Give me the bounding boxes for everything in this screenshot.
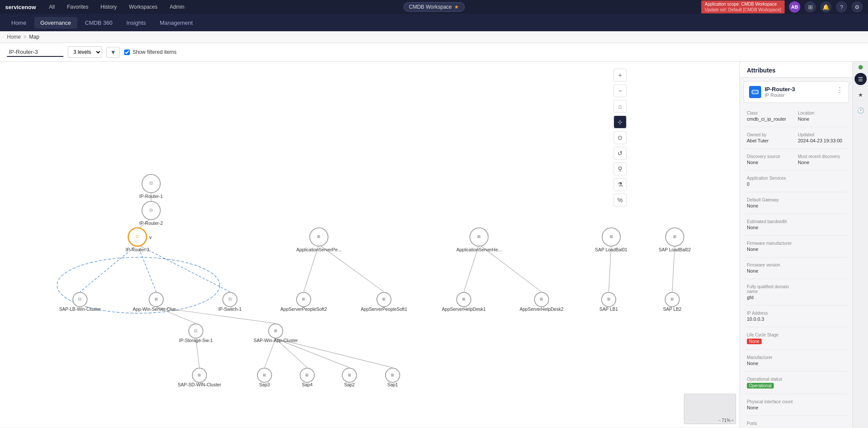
node-sap2[interactable]: ⊞ Sap2: [342, 368, 356, 387]
show-filtered-label[interactable]: Show filtered items: [132, 49, 176, 55]
node-app-server-he[interactable]: ⊞ ApplicationServerHe...: [456, 228, 502, 252]
filter-tool-button[interactable]: ⚗: [614, 178, 627, 191]
ci-search-input[interactable]: [7, 48, 63, 57]
node-sap4[interactable]: ⊞ Sap4: [300, 368, 314, 387]
workspace-star[interactable]: ★: [454, 4, 459, 10]
svg-text:IP-Storage-Sw-1: IP-Storage-Sw-1: [179, 338, 213, 343]
node-sap-sd-win[interactable]: ⊞ SAP-SD-WIN-Cluster: [178, 368, 221, 387]
svg-text:SAP-SD-WIN-Cluster: SAP-SD-WIN-Cluster: [178, 382, 221, 387]
node-sap-loadbal02[interactable]: ⊞ SAP LoadBal02: [659, 228, 691, 252]
node-sap-loadbal01[interactable]: ⊞ SAP LoadBal01: [595, 228, 627, 252]
attr-label-disc-source: Discovery source: [747, 154, 795, 159]
node-sap-lb1[interactable]: ⊞ SAP LB1: [600, 293, 618, 312]
node-sap-lb-win-cluster[interactable]: ⊡ SAP-LB-Win-Cluster: [59, 293, 101, 312]
node-app-server-hd2[interactable]: ⊞ AppServerHelpDesk2: [520, 293, 564, 312]
svg-point-99: [705, 411, 706, 412]
nav-admin[interactable]: Admin: [167, 2, 187, 12]
map-canvas[interactable]: + − ⌂ ⊹ ⊙ ↺ ⚲ ⚗ %: [0, 62, 739, 428]
zoom-out-button[interactable]: −: [614, 84, 627, 97]
attr-label-class: Class: [747, 111, 795, 115]
grid-icon[interactable]: ⊞: [805, 1, 816, 13]
node-app-win-server[interactable]: ⊞ App-Win-Server-Clus...: [133, 293, 180, 312]
svg-text:SAP LB1: SAP LB1: [600, 306, 618, 312]
node-app-server-ps1[interactable]: ⊞ AppServerPeopleSoft1: [361, 293, 407, 312]
node-sap-win-app[interactable]: ⊞ SAP-Win-App-Cluster: [254, 324, 298, 343]
attr-cell-location: Location None: [796, 108, 848, 124]
nav-workspaces[interactable]: Workspaces: [126, 2, 160, 12]
filter-button[interactable]: ▼: [106, 47, 120, 58]
svg-text:App-Win-Server-Clus...: App-Win-Server-Clus...: [133, 306, 180, 312]
node-app-server-ps2[interactable]: ⊞ AppServerPeopleSoft2: [281, 293, 327, 312]
pin-button[interactable]: ⚲: [614, 162, 627, 175]
node-ip-storage-sw1[interactable]: ⊡ IP-Storage-Sw-1: [179, 324, 213, 343]
rs-clock-icon[interactable]: 🕐: [855, 104, 867, 116]
svg-text:Sap4: Sap4: [302, 382, 313, 387]
attr-divider-4: [745, 192, 847, 192]
map-toolbar: 3 levels 1 level 2 levels 4 levels 5 lev…: [0, 43, 868, 62]
nav-cmdb360[interactable]: CMDB 360: [79, 17, 119, 29]
rs-list-icon[interactable]: ☰: [855, 73, 867, 85]
ci-name: IP-Router-3: [765, 86, 795, 92]
node-sap-lb2[interactable]: ⊞ SAP LB2: [663, 293, 682, 312]
nav-home[interactable]: Home: [5, 17, 33, 29]
minimap-zoom: − 71% +: [718, 418, 734, 423]
attr-value-class: cmdb_ci_ip_router: [747, 116, 795, 122]
workspace-badge[interactable]: CMDB Workspace ★: [403, 2, 465, 12]
attr-row-owned: Owned by Abel Tuter Updated 2024-04-23 1…: [740, 128, 852, 148]
attr-cell-op-status: Operational status Operational: [745, 374, 796, 391]
svg-text:Sap2: Sap2: [344, 382, 355, 387]
node-sap3[interactable]: ⊞ Sap3: [257, 368, 272, 387]
app-scope-alert[interactable]: Application scope: CMDB Workspace Update…: [701, 0, 785, 13]
nav-all[interactable]: All: [46, 2, 57, 12]
fit-view-button[interactable]: ⌂: [614, 100, 627, 113]
attr-cell-phy-iface: Physical interface count None: [745, 397, 796, 413]
node-ip-router-3[interactable]: ⊡ IP-Router-3 ∨: [125, 228, 152, 252]
attr-row-phy-iface: Physical interface count None: [740, 395, 852, 415]
zoom-in-button[interactable]: +: [614, 69, 627, 82]
select-tool-button[interactable]: ⊹: [614, 115, 627, 128]
node-ip-router-1[interactable]: ⊡ IP-Router-1: [139, 174, 163, 199]
attr-cell-empty5: [796, 260, 848, 276]
svg-text:AppServerHelpDesk2: AppServerHelpDesk2: [520, 306, 564, 312]
attr-cell-empty8: [796, 330, 848, 347]
minimap-zoom-in[interactable]: +: [731, 418, 734, 423]
minimap-zoom-out[interactable]: −: [718, 418, 721, 423]
attr-cell-empty6: [796, 282, 848, 303]
nav-history[interactable]: History: [98, 2, 119, 12]
percent-button[interactable]: %: [614, 194, 627, 207]
nav-governance[interactable]: Governance: [34, 17, 77, 29]
nav-insights[interactable]: Insights: [120, 17, 152, 29]
attr-label-fw-ver: Firmware version: [747, 263, 795, 267]
node-ip-router-2[interactable]: ⊡ IP-Router-2: [139, 201, 163, 226]
rs-star-icon[interactable]: ★: [855, 89, 867, 101]
ci-card-icon: [749, 86, 761, 98]
help-icon[interactable]: ?: [836, 1, 847, 13]
attr-row-fw-ver: Firmware version None: [740, 258, 852, 278]
nav-favorites[interactable]: Favorites: [64, 2, 91, 12]
main-navigation: Home Governance CMDB 360 Insights Manage…: [0, 14, 868, 31]
nav-management[interactable]: Management: [154, 17, 199, 29]
node-app-server-pe[interactable]: ⊞ ApplicationServerPe...: [296, 228, 341, 252]
attr-cell-disc-source: Discovery source None: [745, 151, 796, 168]
app-logo[interactable]: servicenow: [5, 4, 36, 10]
show-filtered-checkbox[interactable]: [124, 49, 130, 55]
bell-icon[interactable]: 🔔: [820, 1, 832, 13]
user-avatar[interactable]: AB: [789, 1, 800, 13]
app-scope-line2: Update set: Default [CMDB Workspace]: [705, 7, 781, 13]
refresh-button[interactable]: ↺: [614, 147, 627, 160]
globe-button[interactable]: ⊙: [614, 131, 627, 144]
svg-point-114: [755, 92, 756, 92]
ci-card-menu[interactable]: ⋮: [836, 86, 843, 94]
level-select[interactable]: 3 levels 1 level 2 levels 4 levels 5 lev…: [68, 46, 102, 58]
breadcrumb-home[interactable]: Home: [7, 34, 21, 40]
attr-label-ip: IP Address: [747, 311, 795, 316]
settings-icon[interactable]: ⚙: [851, 1, 863, 13]
attr-row-discovery: Discovery source None Most recent discov…: [740, 150, 852, 169]
svg-text:⊞: ⊞: [274, 329, 277, 333]
node-sap1[interactable]: ⊞ Sap1: [386, 368, 400, 387]
svg-point-105: [697, 414, 698, 414]
node-ip-switch-1[interactable]: ⊡ IP-Switch-1: [218, 293, 242, 312]
svg-point-109: [706, 417, 706, 417]
attr-value-fw-ver: None: [747, 268, 795, 273]
node-app-server-hd1[interactable]: ⊞ AppServerHelpDesk1: [442, 293, 486, 312]
